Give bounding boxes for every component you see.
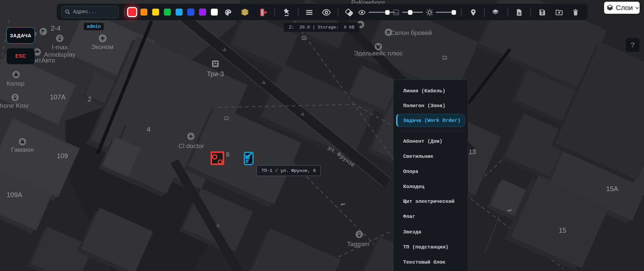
svg-text:Колор: Колор xyxy=(6,80,24,87)
svg-text:Эдельвейс плюс: Эдельвейс плюс xyxy=(354,50,403,57)
svg-text:2-4: 2-4 xyxy=(51,25,61,32)
svg-text:4: 4 xyxy=(147,126,150,133)
svg-text:Три-3: Три-3 xyxy=(207,70,224,78)
svg-text:Салон бровей: Салон бровей xyxy=(390,29,432,36)
svg-text:107А: 107А xyxy=(50,93,66,101)
svg-text:15А: 15А xyxy=(606,185,618,192)
svg-text:витАвто: витАвто xyxy=(32,57,55,64)
svg-text:Phone Kmv: Phone Kmv xyxy=(0,102,29,109)
svg-text:Гамаюн: Гамаюн xyxy=(11,146,34,153)
svg-text:109А: 109А xyxy=(7,191,22,198)
svg-text:I-max: I-max xyxy=(52,44,68,51)
svg-text:15: 15 xyxy=(559,227,566,234)
svg-text:2: 2 xyxy=(88,95,91,103)
svg-text:Taggsm: Taggsm xyxy=(347,240,370,247)
svg-text:109: 109 xyxy=(57,152,68,160)
svg-text:Cl doctor: Cl doctor xyxy=(178,142,204,149)
svg-text:13: 13 xyxy=(469,148,476,155)
svg-text:Эконом: Эконом xyxy=(91,43,114,50)
svg-text:6: 6 xyxy=(226,151,230,158)
